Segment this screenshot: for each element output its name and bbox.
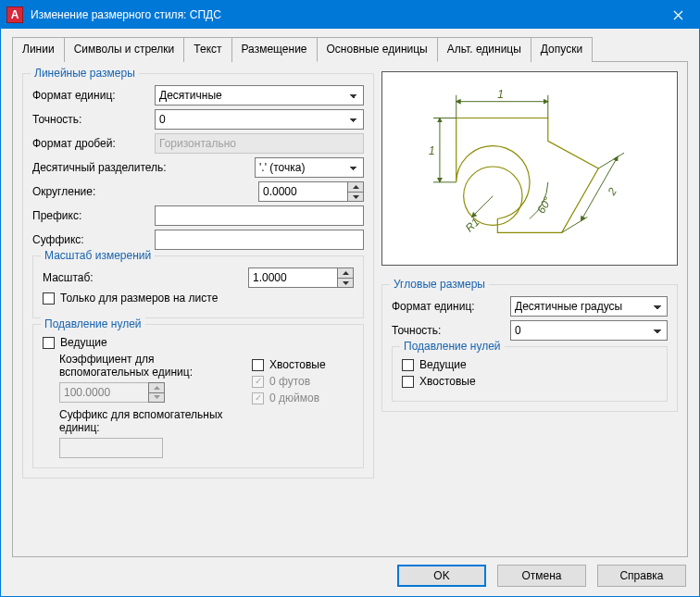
prefix-input[interactable] (155, 205, 364, 226)
preview-pane: 1 1 2 R1 60° (381, 71, 678, 266)
svg-text:1: 1 (497, 88, 504, 101)
spin-down-icon (149, 392, 164, 402)
tab-symbols[interactable]: Символы и стрелки (64, 37, 185, 62)
titlebar[interactable]: A Изменение размерного стиля: СПДС (1, 1, 699, 29)
scale-spinner[interactable] (248, 267, 354, 288)
ok-button[interactable]: OK (397, 565, 486, 587)
inches-checkbox: 0 дюймов (252, 392, 319, 404)
suffix-label: Суффикс: (32, 233, 84, 246)
right-column: 1 1 2 R1 60° (381, 71, 678, 547)
tab-primary-units[interactable]: Основные единицы (317, 37, 438, 62)
group-linear-legend: Линейные размеры (31, 67, 139, 80)
svg-text:1: 1 (429, 144, 435, 157)
button-bar: OK Отмена Справка (12, 557, 688, 587)
tab-lines[interactable]: Линии (12, 37, 65, 62)
scale-input[interactable] (248, 267, 337, 288)
suffix-input[interactable] (155, 230, 364, 250)
cancel-button[interactable]: Отмена (497, 565, 586, 587)
leading-checkbox[interactable]: Ведущие (43, 336, 107, 349)
unit-format-select[interactable]: Десятичные (155, 85, 364, 106)
svg-text:R1: R1 (463, 216, 482, 235)
group-angular: Угловые размеры Формат единиц: Десятичны… (381, 284, 678, 412)
window-title: Изменение размерного стиля: СПДС (31, 8, 657, 21)
svg-text:2: 2 (605, 185, 619, 198)
precision-select[interactable]: 0 (155, 109, 364, 130)
group-zero-legend: Подавление нулей (41, 317, 145, 330)
spin-up-icon (149, 383, 164, 392)
spin-up-icon[interactable] (348, 182, 363, 192)
tab-alt-units[interactable]: Альт. единицы (437, 37, 531, 62)
layout-only-checkbox[interactable]: Только для размеров на листе (43, 292, 218, 305)
roundoff-spinner[interactable] (258, 181, 364, 202)
svg-line-9 (598, 153, 624, 168)
roundoff-input[interactable] (258, 181, 347, 202)
fraction-format-select: Горизонтально (155, 133, 364, 154)
subsuffix-label: Суффикс для вспомогательных единиц: (59, 408, 243, 435)
tab-body: Линейные размеры Формат единиц: Десятичн… (12, 61, 688, 557)
tab-tolerances[interactable]: Допуски (531, 37, 593, 62)
subfactor-input (59, 382, 148, 403)
decimal-sep-select[interactable]: '.' (точка) (255, 157, 364, 178)
group-scale: Масштаб измерений Масштаб: (32, 255, 364, 318)
svg-text:60°: 60° (534, 194, 554, 216)
tab-fit[interactable]: Размещение (231, 37, 318, 62)
dialog-window: A Изменение размерного стиля: СПДС Линии… (0, 0, 700, 597)
subsuffix-input (59, 438, 163, 458)
close-icon (673, 10, 683, 20)
close-button[interactable] (657, 1, 699, 29)
group-angular-legend: Угловые размеры (390, 278, 489, 291)
help-button[interactable]: Справка (597, 565, 686, 587)
ang-precision-label: Точность: (392, 324, 441, 337)
group-ang-zero: Подавление нулей Ведущие Хвостовые (392, 346, 668, 402)
client-area: Линии Символы и стрелки Текст Размещение… (1, 29, 699, 596)
group-scale-legend: Масштаб измерений (41, 249, 155, 262)
precision-label: Точность: (32, 113, 81, 126)
trailing-checkbox[interactable]: Хвостовые (252, 358, 326, 371)
group-linear: Линейные размеры Формат единиц: Десятичн… (22, 73, 374, 479)
ang-unit-format-label: Формат единиц: (392, 300, 475, 313)
decimal-sep-label: Десятичный разделитель: (32, 161, 167, 174)
subfactor-spinner (59, 382, 165, 403)
spin-up-icon[interactable] (338, 268, 353, 278)
spin-down-icon[interactable] (338, 278, 353, 287)
fraction-format-label: Формат дробей: (32, 137, 116, 150)
app-icon: A (6, 6, 23, 23)
ang-trailing-checkbox[interactable]: Хвостовые (402, 375, 476, 388)
ang-unit-format-select[interactable]: Десятичные градусы (510, 296, 668, 317)
tab-strip: Линии Символы и стрелки Текст Размещение… (12, 36, 688, 61)
group-ang-zero-legend: Подавление нулей (400, 340, 505, 353)
left-column: Линейные размеры Формат единиц: Десятичн… (22, 71, 374, 547)
scale-label: Масштаб: (43, 271, 94, 284)
prefix-label: Префикс: (32, 209, 81, 222)
ang-leading-checkbox[interactable]: Ведущие (402, 358, 467, 371)
unit-format-label: Формат единиц: (32, 89, 116, 102)
spin-down-icon[interactable] (348, 192, 363, 201)
ang-precision-select[interactable]: 0 (510, 320, 668, 341)
tab-text[interactable]: Текст (183, 37, 231, 62)
roundoff-label: Округление: (32, 185, 95, 198)
group-zero-suppress: Подавление нулей Ведущие Коэффициент для… (32, 324, 364, 468)
svg-line-13 (472, 196, 494, 218)
feet-checkbox: 0 футов (252, 375, 310, 388)
subfactor-label: Коэффициент для вспомогательных единиц: (59, 353, 243, 379)
